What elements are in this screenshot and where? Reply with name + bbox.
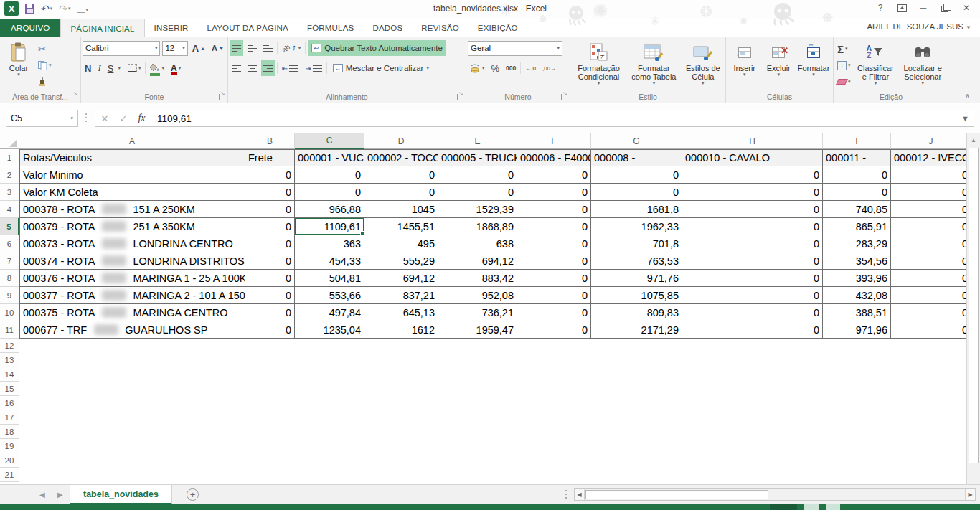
sheet-next-icon[interactable]: ▶ <box>57 491 63 499</box>
cell-H9[interactable]: 0 <box>682 287 823 304</box>
sheet-tab-active[interactable]: tabela_novidades <box>70 485 172 504</box>
orientation-caret-icon[interactable]: ▾ <box>298 46 301 50</box>
cell-H1[interactable]: 000010 - CAVALO <box>682 149 823 166</box>
row-header-10[interactable]: 10 <box>0 304 19 321</box>
shrink-font-button[interactable]: A▼ <box>209 40 226 56</box>
cell-A2[interactable]: Valor Minimo <box>19 166 245 184</box>
cell-B4[interactable]: 0 <box>245 201 295 218</box>
cell-I2[interactable]: 0 <box>823 166 891 184</box>
collapse-ribbon-button[interactable]: ∧ <box>965 92 970 100</box>
cell-G6[interactable]: 701,8 <box>591 235 682 252</box>
row-header-18[interactable]: 18 <box>0 425 19 439</box>
underline-caret-icon[interactable]: ▾ <box>118 66 121 70</box>
name-box-caret-icon[interactable]: ▾ <box>70 116 73 121</box>
cell-J4[interactable]: 0 <box>891 201 971 218</box>
cell-D5[interactable]: 1455,51 <box>364 218 438 235</box>
scroll-left-icon[interactable]: ◀ <box>575 489 585 500</box>
cell-D1[interactable]: 000002 - TOCO <box>364 149 438 166</box>
bold-button[interactable]: N <box>83 60 93 76</box>
row-header-3[interactable]: 3 <box>0 184 19 201</box>
cancel-button[interactable]: ✕ <box>95 110 114 126</box>
cell-I7[interactable]: 354,56 <box>823 252 891 270</box>
cell-H8[interactable]: 0 <box>682 270 823 287</box>
help-button[interactable]: ? <box>870 0 891 16</box>
cell-I9[interactable]: 432,08 <box>823 287 891 304</box>
cell-H7[interactable]: 0 <box>682 252 823 270</box>
cell-G2[interactable]: 0 <box>591 166 682 184</box>
cell-H4[interactable]: 0 <box>682 201 823 218</box>
borders-caret-icon[interactable]: ▾ <box>138 66 141 70</box>
row-header-9[interactable]: 9 <box>0 287 19 304</box>
align-middle-button[interactable] <box>245 40 259 56</box>
orientation-button[interactable]: ab ↗ ▾ <box>280 40 303 56</box>
cell-I6[interactable]: 283,29 <box>823 235 891 252</box>
cell-A6[interactable]: 000373 - ROTALONDRINA CENTRO <box>19 235 245 252</box>
borders-button[interactable]: ▾ <box>126 60 143 76</box>
accounting-format-button[interactable]: ▾ <box>468 60 487 76</box>
cell-J5[interactable]: 0 <box>891 218 971 235</box>
cell-B9[interactable]: 0 <box>245 287 295 304</box>
save-button[interactable] <box>25 4 34 14</box>
row-header-1[interactable]: 1 <box>0 149 19 166</box>
tab-revis-o[interactable]: REVISÃO <box>412 19 468 37</box>
cell-A3[interactable]: Valor KM Coleta <box>19 184 245 201</box>
cell-C9[interactable]: 553,66 <box>295 287 364 304</box>
cell-H5[interactable]: 0 <box>682 218 823 235</box>
row-header-16[interactable]: 16 <box>0 396 19 410</box>
clipboard-dialog-launcher[interactable] <box>72 94 78 100</box>
select-all-corner[interactable] <box>0 133 19 149</box>
redo-caret-icon[interactable]: ▾ <box>68 6 71 11</box>
row-header-6[interactable]: 6 <box>0 235 19 252</box>
cell-A4[interactable]: 000378 - ROTA151 A 250KM <box>19 201 245 218</box>
cell-J10[interactable]: 0 <box>891 304 971 321</box>
cell-G10[interactable]: 809,83 <box>591 304 682 321</box>
restore-button[interactable] <box>934 0 956 16</box>
align-bottom-button[interactable] <box>261 40 275 56</box>
name-box[interactable]: C5 ▾ <box>6 110 78 127</box>
column-header-B[interactable]: B <box>245 133 295 149</box>
tab-scroll-splitter[interactable] <box>565 490 567 499</box>
cut-button[interactable]: ✂ <box>36 41 54 57</box>
align-top-button[interactable] <box>230 40 243 56</box>
cell-F10[interactable]: 0 <box>517 304 591 321</box>
view-normal-button[interactable] <box>770 504 797 510</box>
cell-C2[interactable]: 0 <box>295 166 364 184</box>
cell-A9[interactable]: 000377 - ROTAMARINGA 2 - 101 A 150KM <box>19 287 245 304</box>
cell-J6[interactable]: 0 <box>891 235 971 252</box>
cell-D6[interactable]: 495 <box>364 235 438 252</box>
cell-F3[interactable]: 0 <box>517 184 591 201</box>
insert-function-button[interactable]: fx <box>133 110 151 126</box>
scroll-up-icon[interactable]: ▲ <box>967 133 980 146</box>
cell-E10[interactable]: 736,21 <box>438 304 517 321</box>
cell-F6[interactable]: 0 <box>517 235 591 252</box>
cell-B11[interactable]: 0 <box>245 321 295 339</box>
cell-I5[interactable]: 865,91 <box>823 218 891 235</box>
vertical-scrollbar[interactable]: ▲ <box>966 133 980 484</box>
clear-button[interactable]: ▾ <box>835 74 853 90</box>
column-header-H[interactable]: H <box>682 133 823 149</box>
cell-D3[interactable]: 0 <box>364 184 438 201</box>
alignment-dialog-launcher[interactable] <box>457 94 463 100</box>
column-header-A[interactable]: A <box>19 133 245 149</box>
cell-F5[interactable]: 0 <box>517 218 591 235</box>
cell-C7[interactable]: 454,33 <box>295 252 364 270</box>
cell-J1[interactable]: 000012 - IVECO <box>891 149 971 166</box>
new-sheet-button[interactable]: + <box>187 488 199 501</box>
cell-A7[interactable]: 000374 - ROTALONDRINA DISTRITOS <box>19 252 245 270</box>
column-header-G[interactable]: G <box>591 133 682 149</box>
conditional-formatting-button[interactable]: ≠ Formatação Condicional ▾ <box>572 39 626 91</box>
row-header-11[interactable]: 11 <box>0 321 19 339</box>
cell-J9[interactable]: 0 <box>891 287 971 304</box>
cell-H6[interactable]: 0 <box>682 235 823 252</box>
cell-E9[interactable]: 952,08 <box>438 287 517 304</box>
accounting-caret-icon[interactable]: ▾ <box>482 66 485 70</box>
format-as-table-button[interactable]: Formatar como Tabela ▾ <box>626 39 682 91</box>
grow-font-button[interactable]: A▲ <box>190 40 207 56</box>
vertical-scroll-thumb[interactable] <box>969 148 979 463</box>
cell-I8[interactable]: 393,96 <box>823 270 891 287</box>
horizontal-scrollbar[interactable]: ◀ ▶ <box>574 488 976 501</box>
cell-H11[interactable]: 0 <box>682 321 823 339</box>
sort-filter-button[interactable]: AZ Classificar e Filtrar ▾ <box>853 39 899 91</box>
cell-J8[interactable]: 0 <box>891 270 971 287</box>
format-painter-button[interactable] <box>36 74 54 90</box>
